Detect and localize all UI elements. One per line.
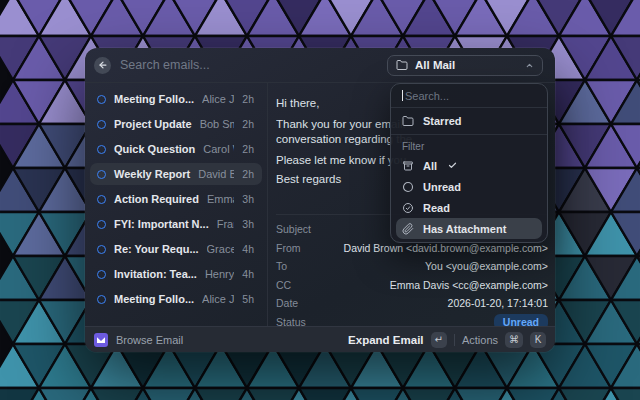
email-title: Meeting Follo...: [114, 93, 194, 105]
search-header: Search emails... All Mail: [85, 48, 555, 82]
email-sender: Grace Wilson: [207, 243, 235, 255]
meta-row-to: To You <you@example.com>: [276, 257, 548, 276]
mailbox-filter-dropdown: Search... Starred Filter All Unread Read…: [390, 83, 548, 243]
dropdown-item-starred[interactable]: Starred: [396, 110, 542, 131]
email-list-item[interactable]: Invitation: Tea... Henry Moore 4h: [90, 263, 262, 285]
unread-circle-icon: [97, 120, 106, 129]
email-list-item[interactable]: Meeting Follo... Alice Johnson 2h: [90, 88, 262, 110]
unread-circle-icon: [97, 195, 106, 204]
email-sender: Henry Moore: [205, 268, 234, 280]
dropdown-item-has-attachment[interactable]: Has Attachment: [396, 218, 542, 239]
meta-row-date: Date 2026-01-20, 17:14:01: [276, 294, 548, 313]
paperclip-icon: [402, 223, 414, 235]
check-circle-icon: [402, 202, 414, 214]
email-time: 2h: [242, 93, 254, 105]
unread-circle-icon: [97, 95, 106, 104]
cmd-key-badge[interactable]: ⌘: [505, 332, 523, 348]
footer-separator: [454, 334, 455, 346]
actions-menu-button[interactable]: Actions: [462, 334, 498, 346]
search-input[interactable]: Search emails...: [120, 58, 210, 72]
email-list-item[interactable]: Meeting Follo... Alice Johnson 5h: [90, 288, 262, 310]
email-sender: Alice Johnson: [202, 293, 234, 305]
chevron-up-icon: [525, 61, 534, 70]
mailbox-label: All Mail: [415, 59, 455, 71]
email-sender: David Brown: [198, 168, 234, 180]
meta-value: Emma Davis <cc@example.com>: [390, 279, 548, 291]
email-title: Quick Question: [114, 143, 195, 155]
dropdown-item-read[interactable]: Read: [396, 197, 542, 218]
unread-circle-icon: [97, 270, 106, 279]
dropdown-item-unread[interactable]: Unread: [396, 176, 542, 197]
enter-key-badge[interactable]: ↵: [431, 332, 447, 348]
dropdown-item-all[interactable]: All: [396, 155, 542, 176]
email-sender: Bob Smith: [200, 118, 235, 130]
dropdown-separator: [391, 134, 547, 135]
app-name: Browse Email: [116, 334, 183, 346]
meta-value: 2026-01-20, 17:14:01: [448, 297, 548, 309]
arrow-left-icon: [98, 60, 108, 70]
dropdown-item-label: All: [423, 160, 437, 172]
email-time: 2h: [242, 118, 254, 130]
meta-value: You <you@example.com>: [425, 260, 548, 272]
email-title: FYI: Important N...: [114, 218, 209, 230]
email-sender: Frank Miller: [217, 218, 235, 230]
email-time: 2h: [242, 168, 254, 180]
meta-label: Subject: [276, 223, 311, 235]
folder-icon: [396, 59, 408, 71]
email-list-item[interactable]: Quick Question Carol Williams 2h: [90, 138, 262, 160]
check-icon: [448, 161, 457, 170]
unread-circle-icon: [97, 295, 106, 304]
back-button[interactable]: [94, 57, 111, 74]
meta-row-cc: CC Emma Davis <cc@example.com>: [276, 276, 548, 295]
folder-icon: [402, 115, 414, 127]
circle-icon: [402, 181, 414, 193]
dropdown-item-label: Unread: [423, 181, 461, 193]
email-sender: Carol Williams: [203, 143, 234, 155]
email-time: 4h: [242, 268, 254, 280]
meta-label: From: [276, 242, 301, 254]
email-title: Action Required: [114, 193, 199, 205]
unread-circle-icon: [97, 220, 106, 229]
dropdown-item-label: Read: [423, 202, 450, 214]
dropdown-item-label: Starred: [423, 115, 462, 127]
email-time: 4h: [242, 243, 254, 255]
dropdown-search-row[interactable]: Search...: [391, 84, 547, 108]
email-list-item[interactable]: Weekly Report David Brown 2h: [90, 163, 262, 185]
meta-label: CC: [276, 279, 291, 291]
filter-section-heading: Filter: [396, 138, 542, 155]
k-key-badge[interactable]: K: [530, 332, 546, 348]
action-bar: Browse Email Expand Email ↵ Actions ⌘ K: [85, 326, 555, 352]
mailbox-dropdown-button[interactable]: All Mail: [387, 55, 543, 76]
footer-actions: Expand Email ↵ Actions ⌘ K: [348, 332, 546, 348]
archive-icon: [402, 160, 414, 172]
email-title: Weekly Report: [114, 168, 190, 180]
unread-circle-icon: [97, 245, 106, 254]
unread-circle-icon: [97, 170, 106, 179]
email-time: 3h: [242, 193, 254, 205]
meta-label: To: [276, 260, 287, 272]
email-time: 2h: [242, 143, 254, 155]
text-cursor: [402, 90, 403, 101]
mail-app-icon: [94, 333, 108, 347]
email-title: Re: Your Requ...: [114, 243, 199, 255]
email-list-item[interactable]: Project Update Bob Smith 2h: [90, 113, 262, 135]
meta-value: David Brown <david.brown@example.com>: [344, 242, 548, 254]
email-list: Meeting Follo... Alice Johnson 2h Projec…: [85, 83, 268, 326]
unread-circle-icon: [97, 145, 106, 154]
meta-label: Date: [276, 297, 298, 309]
expand-email-button[interactable]: Expand Email: [348, 334, 423, 346]
dropdown-search-input[interactable]: Search...: [405, 90, 449, 102]
dropdown-item-label: Has Attachment: [423, 223, 506, 235]
email-list-item[interactable]: Re: Your Requ... Grace Wilson 4h: [90, 238, 262, 260]
email-time: 3h: [242, 218, 254, 230]
email-list-item[interactable]: FYI: Important N... Frank Miller 3h: [90, 213, 262, 235]
email-list-item[interactable]: Action Required Emma Davis 3h: [90, 188, 262, 210]
email-title: Project Update: [114, 118, 192, 130]
email-sender: Emma Davis: [207, 193, 234, 205]
email-title: Invitation: Tea...: [114, 268, 197, 280]
email-time: 5h: [242, 293, 254, 305]
email-title: Meeting Follo...: [114, 293, 194, 305]
email-sender: Alice Johnson: [202, 93, 234, 105]
